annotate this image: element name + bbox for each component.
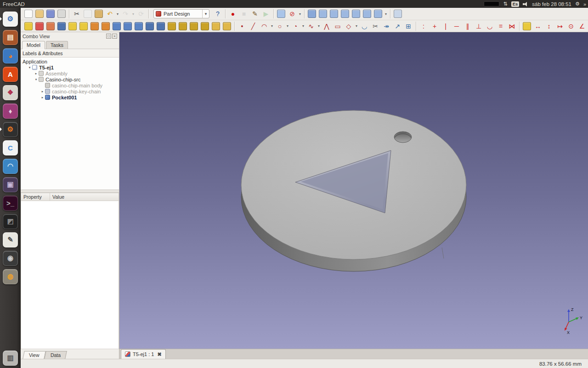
undo-button[interactable]: ↶ (105, 9, 115, 19)
close-icon[interactable]: ✖ (157, 351, 161, 357)
panel-close-button[interactable]: × (112, 34, 117, 39)
groove-button[interactable] (135, 22, 143, 30)
tree-item-pocket001[interactable]: Pocket001 (21, 94, 119, 100)
photo-app-icon[interactable]: ❖ (0, 83, 21, 102)
multitransform-button[interactable] (201, 22, 209, 30)
save-button[interactable] (46, 10, 55, 18)
sketch-circle-tool[interactable]: ○ (275, 21, 285, 31)
circle-tool-caret[interactable]: ▾ (285, 21, 290, 31)
macro-play-button[interactable]: ▶ (261, 9, 271, 19)
copy-button[interactable] (84, 10, 92, 18)
subtractive-loft-button[interactable] (146, 22, 154, 30)
firefox-icon[interactable]: ◕ (0, 46, 21, 65)
tree-item-key-chain[interactable]: casino-chip-key-chain (21, 88, 119, 94)
tree-item-assembly[interactable]: Assembly (21, 70, 119, 76)
symmetric-constraint[interactable]: ⋈ (507, 21, 517, 31)
arc-tool-caret[interactable]: ▾ (270, 21, 274, 31)
system-app-icon[interactable]: ◩ (0, 212, 21, 230)
macro-stop-button[interactable]: ■ (239, 9, 249, 19)
trash-icon[interactable]: ▥ (0, 349, 21, 367)
text-editor-icon[interactable]: ✎ (0, 230, 21, 249)
lock-constraint[interactable] (523, 22, 531, 30)
axonometric-caret[interactable]: ▾ (384, 9, 388, 19)
paste-button[interactable] (95, 10, 103, 18)
sketch-bspline-tool[interactable]: ∿ (306, 21, 316, 31)
polar-pattern-button[interactable] (190, 22, 198, 30)
right-view-button[interactable] (341, 10, 349, 18)
additive-pipe-button[interactable] (102, 22, 110, 30)
value-column-header[interactable]: Value (50, 193, 119, 201)
horizontal-distance-constraint[interactable]: ↔ (533, 21, 543, 31)
sketch-point-tool[interactable]: • (237, 21, 247, 31)
draw-style-button[interactable]: ⊘ (287, 9, 297, 19)
tab-data[interactable]: Data (44, 351, 67, 359)
macro-record-button[interactable]: ● (228, 9, 238, 19)
redo-dropdown-caret[interactable]: ▾ (131, 9, 136, 19)
freecad-launcher-icon[interactable]: ⚙ (0, 10, 21, 28)
additive-loft-button[interactable] (90, 22, 99, 30)
workbench-selector[interactable]: Part Design (153, 9, 209, 18)
edit-sketch-button[interactable] (46, 22, 55, 30)
3d-scene[interactable] (119, 32, 588, 349)
sketch-arc-tool[interactable]: ◠ (259, 21, 269, 31)
top-view-button[interactable] (330, 10, 338, 18)
tree-item-casino-chip-src[interactable]: Casino-chip-src (21, 76, 119, 82)
file-manager-icon[interactable]: ▤ (0, 28, 21, 46)
external-geometry-tool[interactable]: ↗ (392, 21, 402, 31)
sketch-fillet-tool[interactable]: ◡ (359, 21, 369, 31)
whats-this-button[interactable]: ? (213, 9, 223, 19)
perpendicular-constraint[interactable]: ⊥ (474, 21, 484, 31)
graphics-app-icon[interactable]: ◍ (0, 267, 21, 286)
draw-style-caret[interactable]: ▾ (298, 9, 302, 19)
front-view-button[interactable] (319, 10, 327, 18)
conic-tool-caret[interactable]: ▾ (301, 21, 305, 31)
clock[interactable]: sáb feb 28 08:51 (532, 1, 571, 7)
hole-button[interactable] (124, 22, 132, 30)
revolution-button[interactable] (79, 22, 88, 30)
pad-button[interactable] (68, 22, 77, 30)
create-body-button[interactable] (24, 22, 33, 30)
freecad-gear-icon[interactable]: ⚙ (0, 120, 21, 138)
refresh-button[interactable]: ⟳ (136, 9, 146, 19)
sketch-conic-tool[interactable]: ◔ (290, 21, 300, 31)
expander-icon[interactable] (27, 66, 32, 69)
sketch-trim-tool[interactable]: ✂ (370, 21, 380, 31)
property-table-body[interactable] (21, 201, 119, 349)
sketch-rectangle-tool[interactable]: ▭ (333, 21, 343, 31)
map-sketch-button[interactable] (57, 22, 66, 30)
chromium-icon[interactable]: C (0, 138, 21, 157)
expander-icon[interactable] (34, 78, 39, 81)
left-view-button[interactable] (374, 10, 382, 18)
tree-item-document[interactable]: T5-ej1 (21, 64, 119, 70)
measure-distance-button[interactable] (394, 10, 402, 18)
create-sketch-button[interactable] (35, 22, 44, 30)
tangent-constraint[interactable]: ◡ (485, 21, 495, 31)
fit-all-button[interactable] (277, 10, 285, 18)
point-on-object-constraint[interactable]: + (430, 21, 440, 31)
carbon-copy-tool[interactable]: ⊞ (403, 21, 413, 31)
tab-view[interactable]: View (23, 351, 45, 359)
player-app-icon[interactable]: ▣ (0, 175, 21, 194)
expander-icon[interactable] (40, 90, 45, 93)
mirrored-button[interactable] (168, 22, 176, 30)
document-tab[interactable]: T5-ej1 : 1 ✖ (121, 349, 166, 359)
tab-model[interactable]: Model (22, 41, 45, 49)
polygon-tool-caret[interactable]: ▾ (354, 21, 359, 31)
property-column-header[interactable]: Property (21, 193, 50, 201)
chevron-down-icon[interactable] (202, 10, 209, 18)
sketch-line-tool[interactable]: ╱ (248, 21, 258, 31)
pocket-button[interactable] (113, 22, 121, 30)
distance-constraint[interactable]: ↦ (555, 21, 565, 31)
horizontal-constraint[interactable]: ─ (452, 21, 462, 31)
macro-edit-button[interactable]: ✎ (250, 9, 260, 19)
volume-icon[interactable] (523, 1, 528, 6)
sketch-extend-tool[interactable]: ↠ (381, 21, 391, 31)
tree-item-main-body[interactable]: casino-chip-main body (21, 82, 119, 88)
expander-icon[interactable] (34, 72, 39, 75)
sketch-polyline-tool[interactable]: ⋀ (322, 21, 332, 31)
vertical-constraint[interactable]: | (441, 21, 451, 31)
new-document-button[interactable] (24, 10, 33, 18)
network-sync-icon[interactable]: ⇅ (503, 1, 507, 7)
angle-constraint[interactable]: ∠ (577, 21, 587, 31)
coincident-constraint[interactable]: : (418, 21, 429, 31)
